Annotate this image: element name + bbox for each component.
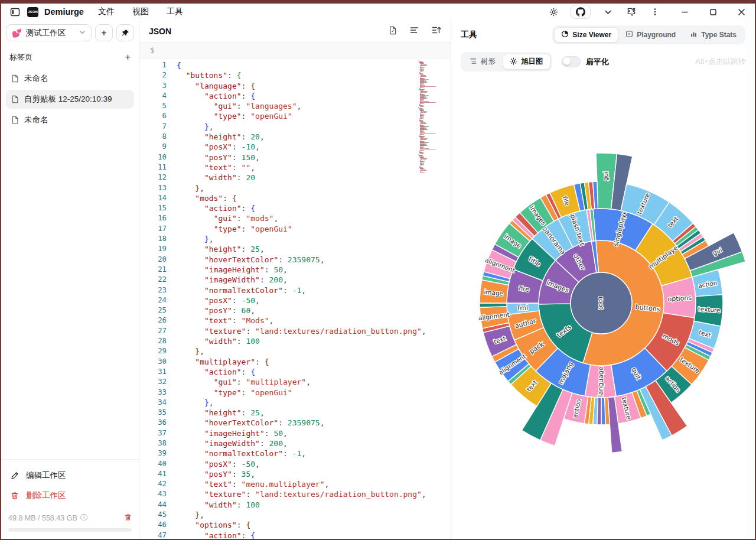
menu-item-1[interactable]: 视图 (132, 6, 149, 17)
settings-gear-icon[interactable] (547, 5, 560, 18)
line-number: 10 (139, 152, 177, 162)
document-icon (11, 116, 19, 124)
edit-workspace-button[interactable]: 编辑工作区 (8, 466, 132, 486)
code-line: 30 "multiplayer": { (139, 357, 451, 367)
line-number: 30 (139, 357, 177, 367)
code-line: 47 "action": { (139, 531, 451, 539)
code-line: 21 "imageHeight": 50, (139, 265, 451, 275)
pin-button[interactable] (116, 24, 134, 41)
view-tabs-segmented-control: 树形旭日图 (461, 52, 552, 71)
clear-storage-button[interactable] (124, 513, 132, 523)
code-editor[interactable]: 1{2 "buttons": {3 "language": {4 "action… (139, 58, 451, 539)
tree-icon (470, 57, 477, 67)
workspace-tab-1[interactable]: 自剪贴板 12-25/20:10:39 (6, 90, 134, 109)
sunburst-segment[interactable] (480, 303, 507, 307)
add-tab-button[interactable]: + (125, 52, 131, 63)
jsonpath-breadcrumb[interactable]: $ (139, 43, 451, 58)
sunburst-label: language (597, 366, 604, 397)
maximize-button[interactable] (706, 5, 719, 18)
code-line: 43 "texture": "land:textures/radiation_b… (139, 489, 451, 499)
code-line: 3 "language": { (139, 81, 451, 91)
code-line: 17 "type": "openGui" (139, 224, 451, 234)
code-line: 19 "height": 25, (139, 244, 451, 254)
code-line: 36 "hoverTextColor": 2359075, (139, 418, 451, 428)
code-line: 14 "mods": { (139, 193, 451, 203)
line-number: 11 (139, 162, 177, 173)
line-number: 19 (139, 244, 177, 254)
app-title: Demiurge (44, 7, 84, 17)
flatten-toggle-row: 扁平化 (562, 56, 609, 67)
sun-icon (510, 57, 517, 67)
code-line: 35 "height": 25, (139, 408, 451, 418)
alt-click-hint: Alt+点击以跳转 (696, 57, 745, 67)
chevron-down-icon (79, 28, 86, 37)
code-line: 27 "texture": "land:textures/radiation_b… (139, 326, 451, 336)
json-editor-panel: JSON $ 1{2 "buttons": {3 (139, 20, 451, 539)
menu-item-0[interactable]: 文件 (98, 6, 115, 17)
line-number: 7 (139, 122, 177, 132)
storage-progress-bar (8, 528, 132, 532)
flatten-toggle[interactable] (562, 56, 581, 67)
tab-label: 自剪贴板 12-25/20:10:39 (24, 94, 112, 105)
editor-minimap[interactable] (418, 60, 445, 173)
app-window: JSON Demiurge 文件视图工具 (1, 4, 755, 539)
code-line: 8 "height": 20, (139, 132, 451, 142)
view-tab-旭日图[interactable]: 旭日图 (503, 54, 550, 70)
trash-icon (11, 492, 19, 500)
format-align-icon[interactable] (410, 27, 419, 36)
code-line: 33 "type": "openGui" (139, 388, 451, 398)
sunburst-segment[interactable] (601, 398, 605, 425)
workspace-select[interactable]: 💕 测试工作区 (6, 24, 92, 41)
menubar-menus: 文件视图工具 (98, 6, 183, 17)
line-number: 24 (139, 295, 177, 305)
line-number: 14 (139, 193, 177, 203)
view-tab-树形[interactable]: 树形 (462, 54, 503, 70)
storage-usage-text: 49.8 MB / 558.43 GB (8, 514, 77, 522)
viewer-button-playground[interactable]: Playground (618, 27, 683, 43)
sidebar-toggle-icon[interactable] (8, 5, 21, 18)
line-number: 9 (139, 142, 177, 152)
code-line: 34 }, (139, 398, 451, 408)
code-line: 6 "type": "openGui" (139, 111, 451, 121)
line-number: 17 (139, 224, 177, 234)
code-line: 18 }, (139, 234, 451, 244)
app-logo-json-icon: JSON (27, 7, 38, 17)
workspace-tab-0[interactable]: 未命名 (6, 69, 134, 88)
info-icon[interactable]: ⓘ (80, 513, 88, 523)
new-document-icon[interactable] (389, 26, 397, 37)
sunburst-label: texture (698, 305, 721, 314)
pin-icon (121, 29, 129, 37)
code-line: 39 "normalTextColor": -1, (139, 448, 451, 458)
line-number: 37 (139, 428, 177, 438)
code-line: 4 "action": { (139, 91, 451, 101)
code-line: 45 }, (139, 510, 451, 520)
sort-keys-icon[interactable] (432, 26, 441, 36)
extensions-puzzle-icon[interactable] (625, 5, 638, 18)
menu-item-2[interactable]: 工具 (167, 6, 183, 17)
line-number: 18 (139, 234, 177, 244)
viewer-button-size-viewer[interactable]: Size Viewer (554, 27, 618, 43)
viewer-button-type-stats[interactable]: Type Stats (683, 27, 744, 43)
github-button[interactable] (571, 5, 591, 19)
code-line: 38 "imageWidth": 200, (139, 438, 451, 448)
line-number: 31 (139, 367, 177, 377)
close-button[interactable] (735, 5, 748, 18)
chevron-down-icon[interactable] (601, 5, 614, 18)
flatten-label: 扁平化 (586, 57, 609, 67)
line-number: 2 (139, 70, 177, 80)
tab-label: 未命名 (24, 73, 48, 84)
code-line: 44 "width": 100 (139, 500, 451, 510)
code-line: 28 "width": 100 (139, 336, 451, 346)
sunburst-label: gui (602, 171, 610, 181)
delete-workspace-button[interactable]: 删除工作区 (8, 486, 132, 506)
workspace-tab-2[interactable]: 未命名 (6, 110, 134, 129)
tools-title: 工具 (461, 30, 477, 40)
kebab-menu-icon[interactable] (649, 5, 662, 18)
line-number: 1 (139, 60, 177, 70)
line-number: 41 (139, 469, 177, 479)
line-number: 20 (139, 255, 177, 265)
add-workspace-button[interactable]: + (95, 24, 113, 41)
line-number: 3 (139, 81, 177, 91)
minimize-button[interactable] (678, 5, 691, 18)
sunburst-label: fml (517, 304, 528, 312)
